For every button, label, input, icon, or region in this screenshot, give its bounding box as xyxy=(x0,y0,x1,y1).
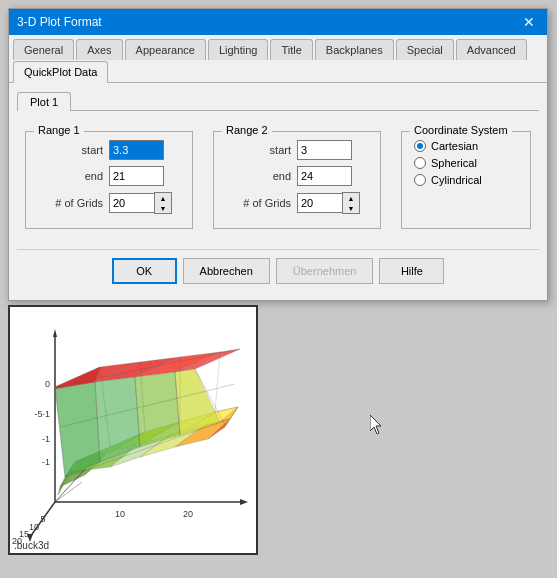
coord-system-group: Coordinate System Cartesian Spherical Cy… xyxy=(401,131,531,229)
tab-backplanes[interactable]: Backplanes xyxy=(315,39,394,60)
range2-grids-label: # of Grids xyxy=(226,197,291,209)
range1-start-input[interactable] xyxy=(109,140,164,160)
range1-start-label: start xyxy=(38,144,103,156)
range2-grids-input[interactable] xyxy=(297,193,342,213)
tab-appearance[interactable]: Appearance xyxy=(125,39,206,60)
range1-grids-input[interactable] xyxy=(109,193,154,213)
radio-spherical-row[interactable]: Spherical xyxy=(414,157,518,169)
range1-end-label: end xyxy=(38,170,103,182)
range1-end-input[interactable] xyxy=(109,166,164,186)
range2-grids-spinner: ▲ ▼ xyxy=(297,192,360,214)
tab-advanced[interactable]: Advanced xyxy=(456,39,527,60)
title-bar: 3-D Plot Format ✕ xyxy=(9,9,547,35)
tab-general[interactable]: General xyxy=(13,39,74,60)
svg-text:-1: -1 xyxy=(42,434,50,444)
dialog-window: 3-D Plot Format ✕ General Axes Appearanc… xyxy=(8,8,548,301)
range1-label: Range 1 xyxy=(34,124,84,136)
radio-cylindrical-label: Cylindrical xyxy=(431,174,482,186)
tab-special[interactable]: Special xyxy=(396,39,454,60)
range2-grids-row: # of Grids ▲ ▼ xyxy=(226,192,368,214)
sub-tabs: Plot 1 xyxy=(17,91,539,111)
tab-axes[interactable]: Axes xyxy=(76,39,122,60)
cancel-button[interactable]: Abbrechen xyxy=(183,258,270,284)
svg-text:10: 10 xyxy=(29,522,39,532)
svg-text:20: 20 xyxy=(183,509,193,519)
svg-marker-41 xyxy=(135,372,180,447)
range1-grids-row: # of Grids ▲ ▼ xyxy=(38,192,180,214)
apply-button[interactable]: Übernehmen xyxy=(276,258,374,284)
radio-cartesian-label: Cartesian xyxy=(431,140,478,152)
form-row: Range 1 start end # of Grids xyxy=(17,123,539,237)
svg-text:5: 5 xyxy=(40,514,45,524)
plot-label: .buck3d xyxy=(14,540,49,551)
range2-start-input[interactable] xyxy=(297,140,352,160)
range2-start-row: start xyxy=(226,140,368,160)
tabs-container: General Axes Appearance Lighting Title B… xyxy=(9,35,547,83)
range1-group: Range 1 start end # of Grids xyxy=(25,131,193,229)
help-button[interactable]: Hilfe xyxy=(379,258,444,284)
range1-grids-label: # of Grids xyxy=(38,197,103,209)
plot-container: 10 20 5 10 15 20 0 -5·1 -1 -1 xyxy=(8,305,258,555)
radio-cylindrical[interactable] xyxy=(414,174,426,186)
dialog-title: 3-D Plot Format xyxy=(17,15,102,29)
range1-grids-down-button[interactable]: ▼ xyxy=(155,203,171,213)
svg-text:10: 10 xyxy=(115,509,125,519)
range2-end-input[interactable] xyxy=(297,166,352,186)
range2-label: Range 2 xyxy=(222,124,272,136)
radio-cylindrical-row[interactable]: Cylindrical xyxy=(414,174,518,186)
svg-text:0: 0 xyxy=(45,379,50,389)
range1-end-row: end xyxy=(38,166,180,186)
button-row: OK Abbrechen Übernehmen Hilfe xyxy=(17,249,539,292)
tab-quickplot-data[interactable]: QuickPlot Data xyxy=(13,61,108,83)
range2-end-row: end xyxy=(226,166,368,186)
plot-svg: 10 20 5 10 15 20 0 -5·1 -1 -1 xyxy=(10,307,256,553)
range2-grids-up-button[interactable]: ▲ xyxy=(343,193,359,203)
radio-cartesian[interactable] xyxy=(414,140,426,152)
radio-cartesian-row[interactable]: Cartesian xyxy=(414,140,518,152)
range1-grids-up-button[interactable]: ▲ xyxy=(155,193,171,203)
coord-system-label: Coordinate System xyxy=(410,124,512,136)
ok-button[interactable]: OK xyxy=(112,258,177,284)
range2-end-label: end xyxy=(226,170,291,182)
dialog-content: Plot 1 Range 1 start end # of G xyxy=(9,83,547,300)
range2-start-label: start xyxy=(226,144,291,156)
cursor-indicator xyxy=(370,415,384,435)
range2-group: Range 2 start end # of Grids xyxy=(213,131,381,229)
close-button[interactable]: ✕ xyxy=(519,15,539,29)
svg-text:-5·1: -5·1 xyxy=(34,409,50,419)
range1-start-row: start xyxy=(38,140,180,160)
sub-tab-plot1[interactable]: Plot 1 xyxy=(17,92,71,111)
range1-grids-spinner: ▲ ▼ xyxy=(109,192,172,214)
tab-lighting[interactable]: Lighting xyxy=(208,39,269,60)
range1-grids-spinner-buttons: ▲ ▼ xyxy=(154,192,172,214)
radio-spherical-label: Spherical xyxy=(431,157,477,169)
range2-grids-spinner-buttons: ▲ ▼ xyxy=(342,192,360,214)
range2-grids-down-button[interactable]: ▼ xyxy=(343,203,359,213)
svg-marker-58 xyxy=(370,415,381,434)
svg-text:-1: -1 xyxy=(42,457,50,467)
tab-title[interactable]: Title xyxy=(270,39,312,60)
radio-spherical[interactable] xyxy=(414,157,426,169)
svg-marker-40 xyxy=(95,377,140,462)
